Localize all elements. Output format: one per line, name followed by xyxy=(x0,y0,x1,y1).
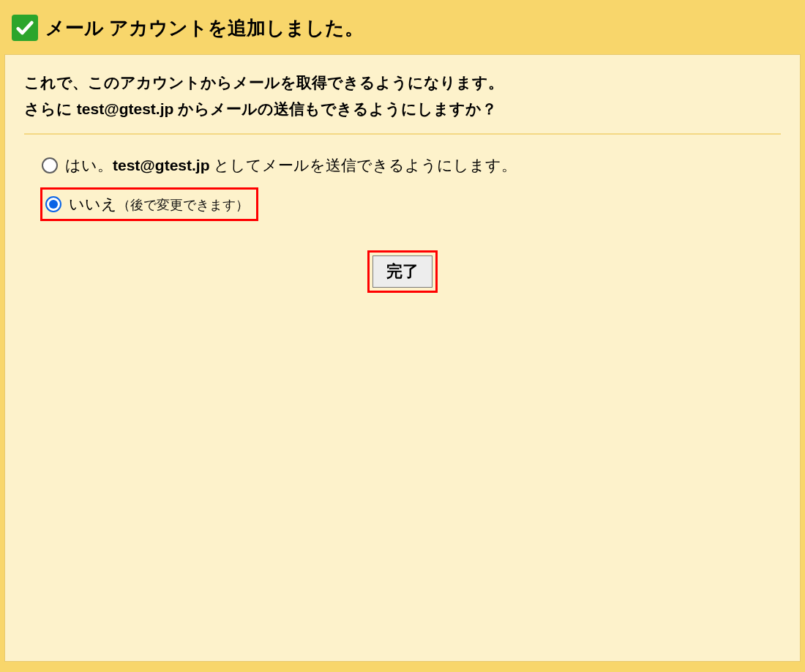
radio-label-yes: はい。test@gtest.jp としてメールを送信できるようにします。 xyxy=(65,155,517,176)
dialog-content: これで、このアカウントからメールを取得できるようになります。 さらに test@… xyxy=(4,54,801,662)
radio-group: はい。test@gtest.jp としてメールを送信できるようにします。 いいえ… xyxy=(24,152,781,221)
button-container: 完了 xyxy=(24,250,781,293)
radio-option-yes[interactable]: はい。test@gtest.jp としてメールを送信できるようにします。 xyxy=(40,152,781,179)
intro-line-1: これで、このアカウントからメールを取得できるようになります。 xyxy=(24,70,781,96)
submit-highlight-box: 完了 xyxy=(367,250,438,293)
radio-icon xyxy=(45,196,61,212)
radio-label-no: いいえ（後で変更できます） xyxy=(69,194,249,214)
checkmark-icon xyxy=(12,15,38,41)
dialog-header: メール アカウントを追加しました。 xyxy=(4,4,801,54)
intro-text: これで、このアカウントからメールを取得できるようになります。 さらに test@… xyxy=(24,70,781,135)
dialog-title: メール アカウントを追加しました。 xyxy=(45,15,364,41)
radio-option-no[interactable]: いいえ（後で変更できます） xyxy=(40,187,258,221)
radio-icon xyxy=(42,157,58,173)
submit-button[interactable]: 完了 xyxy=(372,255,433,288)
intro-line-2: さらに test@gtest.jp からメールの送信もできるようにしますか？ xyxy=(24,96,781,122)
